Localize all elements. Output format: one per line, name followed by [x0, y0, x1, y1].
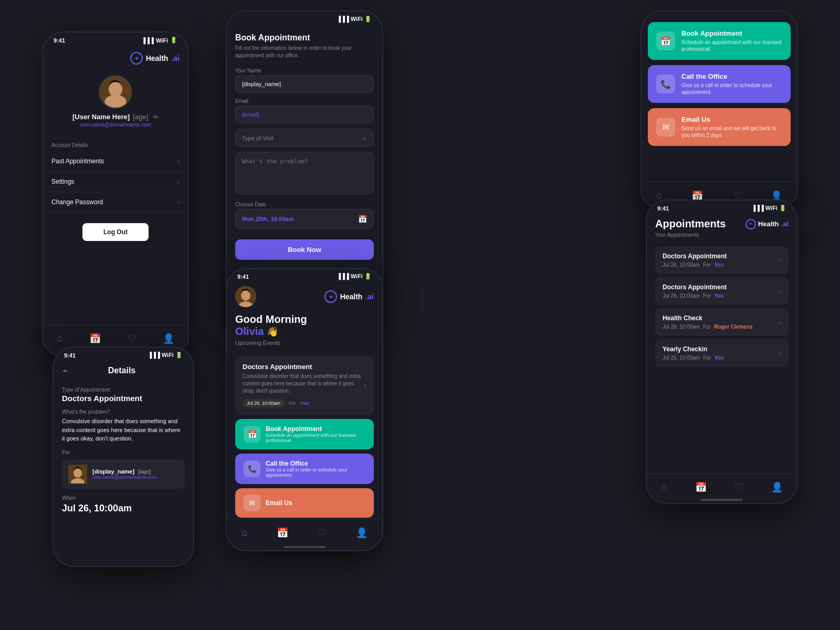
- health-appt-for-name: You: [300, 401, 309, 406]
- health-email-card[interactable]: ✉ Email Us: [235, 488, 374, 518]
- appt-list-name-3: You: [714, 355, 723, 361]
- problem-textarea[interactable]: [235, 152, 374, 194]
- call-office-title: Call the Office: [681, 72, 782, 80]
- book-appointment-icon: 📅: [656, 32, 675, 50]
- appt-list-item-3[interactable]: Yearly Checkin Jul 26, 10:00am For You ›: [655, 339, 789, 367]
- health-logo-icon: ✦: [324, 290, 337, 303]
- appt-list-item-1[interactable]: Doctors Appointment Jul 26, 10:00am For …: [655, 277, 789, 305]
- nav-calendar-appts[interactable]: 📅: [695, 481, 707, 493]
- name-group: Your Name [display_name]: [235, 68, 374, 93]
- status-icons-profile: ▐▐▐ WiFi 🔋: [141, 37, 177, 44]
- nav-heart-appts[interactable]: ♡: [734, 481, 743, 493]
- appt-list-meta-3: Jul 26, 10:00am For You: [663, 355, 723, 361]
- for-avatar: [68, 465, 87, 484]
- home-indicator-appts: [701, 499, 743, 501]
- health-call-desc: Give us a call in order to schedule your…: [266, 467, 365, 478]
- health-appt-for-label: For: [289, 401, 296, 406]
- health-email-title: Email Us: [266, 499, 292, 507]
- menu-item-change-password[interactable]: Change Password ›: [43, 192, 188, 213]
- details-content: Type of Appointment Doctors Appointment …: [54, 381, 193, 520]
- nav-home-profile[interactable]: ⌂: [57, 333, 62, 344]
- menu-item-settings-label: Settings: [51, 178, 74, 185]
- edit-icon[interactable]: ✏: [153, 113, 159, 121]
- book-content: Book Appointment Fill out the informatio…: [227, 25, 382, 268]
- health-email-text: Email Us: [266, 499, 292, 507]
- health-logo-dot: .ai: [365, 292, 374, 301]
- book-now-button[interactable]: Book Now: [235, 239, 374, 260]
- chevron-down-icon: ⌄: [362, 134, 367, 141]
- canvas: 9:41 ▐▐▐ WiFi 🔋 ✦ Health.ai: [0, 0, 840, 630]
- health-book-card[interactable]: 📅 Book Appointment Schedule an appointme…: [235, 419, 374, 449]
- health-call-title: Call the Office: [266, 460, 365, 467]
- nav-user-health[interactable]: 👤: [356, 527, 368, 539]
- health-email-icon: ✉: [244, 495, 260, 511]
- menu-item-change-password-label: Change Password: [51, 198, 103, 206]
- appt-list-title-3: Yearly Checkin: [663, 345, 723, 353]
- health-header: ✦ Health.ai: [227, 282, 382, 313]
- menu-arrow-settings: ›: [177, 178, 180, 185]
- appts-logo-icon: ✦: [746, 219, 756, 229]
- phone-icon: 📞: [656, 75, 675, 93]
- status-icons-health: ▐▐▐ WiFi 🔋: [337, 273, 372, 280]
- appts-header: Appointments ✦ Health.ai: [647, 214, 797, 232]
- nav-calendar-profile[interactable]: 📅: [89, 333, 101, 344]
- phone-profile: 9:41 ▐▐▐ WiFi 🔋 ✦ Health.ai: [42, 32, 189, 357]
- user-name-row: [User Name Here] [age] ✏: [72, 113, 159, 121]
- avatar-section: [User Name Here] [age] ✏ user.name@domai…: [43, 71, 188, 136]
- nav-home-appts[interactable]: ⌂: [661, 481, 667, 492]
- nav-heart-profile[interactable]: ♡: [128, 333, 136, 344]
- details-for-label: For: [62, 449, 185, 455]
- menu-arrow-past: ›: [177, 158, 180, 165]
- status-bar-health: 9:41 ▐▐▐ WiFi 🔋: [227, 269, 382, 282]
- health-logo: ✦ Health.ai: [324, 290, 374, 303]
- appt-list-for-2: For: [703, 324, 711, 330]
- appt-list-item-0[interactable]: Doctors Appointment Jul 26, 10:00am For …: [655, 246, 789, 274]
- nav-heart-health[interactable]: ♡: [318, 527, 327, 539]
- health-greeting: Good Morning Olivia 👋 Upcoming Events: [227, 313, 382, 351]
- status-bar-details: 9:41 ▐▐▐ WiFi 🔋: [54, 348, 193, 361]
- menu-item-past-appointments[interactable]: Past Appointments ›: [43, 151, 188, 172]
- nav-calendar-health[interactable]: 📅: [277, 527, 288, 539]
- book-appointment-card[interactable]: 📅 Book Appointment Schedule an appointme…: [648, 22, 791, 60]
- book-title: Book Appointment: [235, 33, 374, 43]
- details-appt-type: Type of Appointment: [62, 387, 185, 393]
- greeting-wave: 👋: [267, 326, 278, 338]
- menu-item-settings[interactable]: Settings ›: [43, 172, 188, 192]
- health-book-text: Book Appointment Schedule an appointment…: [266, 425, 365, 443]
- health-call-card[interactable]: 📞 Call the Office Give us a call in orde…: [235, 454, 374, 484]
- call-office-card[interactable]: 📞 Call the Office Give us a call in orde…: [648, 65, 791, 103]
- logo-name: Health: [146, 54, 169, 62]
- name-input[interactable]: [display_name]: [235, 75, 374, 93]
- phone-health: 9:41 ▐▐▐ WiFi 🔋 ✦ Health.ai: [226, 268, 383, 551]
- date-picker[interactable]: Mon 25th, 10:00am 📅: [235, 209, 374, 229]
- appt-list-item-2[interactable]: Health Check Jul 26, 10:00am For Roger C…: [655, 308, 789, 336]
- svg-point-4: [241, 290, 250, 301]
- nav-user-appts[interactable]: 👤: [771, 481, 783, 493]
- email-us-card[interactable]: ✉ Email Us Send us an email and we will …: [648, 108, 791, 146]
- health-appt-card[interactable]: Doctors Appointment Convulsive disorder …: [235, 355, 374, 415]
- nav-home-health[interactable]: ⌂: [242, 527, 247, 538]
- status-icons-appts: ▐▐▐ WiFi 🔋: [751, 205, 786, 212]
- status-icons-details: ▐▐▐ WiFi 🔋: [148, 352, 183, 359]
- health-call-text: Call the Office Give us a call in order …: [266, 460, 365, 478]
- logout-button[interactable]: Log Out: [82, 223, 149, 241]
- calendar-icon: 📅: [358, 215, 367, 223]
- date-label: Choose Date: [235, 202, 374, 207]
- user-email: user.name@domainname.com: [80, 122, 151, 128]
- health-book-icon: 📅: [244, 426, 260, 443]
- nav-home-options[interactable]: ⌂: [656, 190, 662, 201]
- appt-list-title-1: Doctors Appointment: [663, 284, 727, 291]
- logo-icon: ✦: [130, 52, 143, 65]
- back-icon[interactable]: ←: [62, 366, 69, 375]
- nav-user-profile[interactable]: 👤: [163, 333, 174, 344]
- email-group: Email [email]: [235, 98, 374, 123]
- time-details: 9:41: [64, 352, 76, 359]
- email-input[interactable]: [email]: [235, 106, 374, 123]
- type-select[interactable]: Type of Visit ⌄: [235, 129, 374, 147]
- status-icons-book: ▐▐▐ WiFi 🔋: [337, 16, 372, 23]
- for-name: [display_name] [age]: [92, 468, 157, 475]
- when-value: Jul 26, 10:00am: [62, 503, 185, 514]
- logout-section: Log Out: [43, 213, 188, 251]
- details-title: Details: [75, 366, 169, 375]
- health-appt-title: Doctors Appointment: [243, 363, 364, 371]
